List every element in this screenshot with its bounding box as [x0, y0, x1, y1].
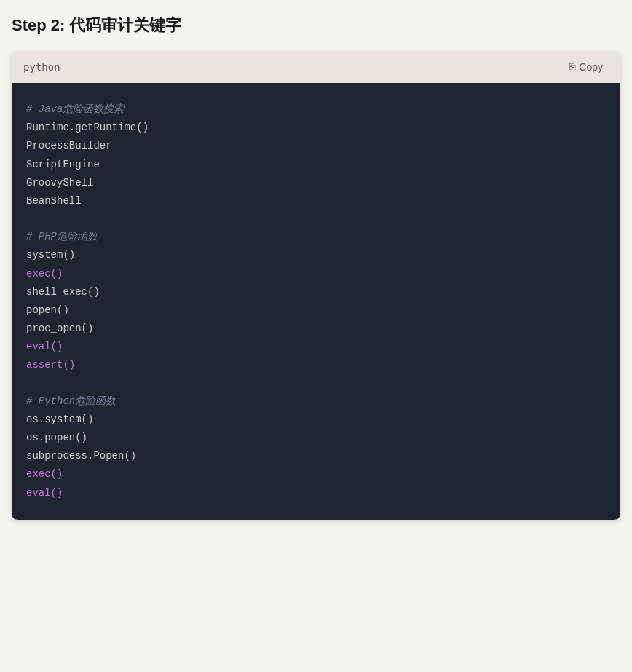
code-line: system()	[26, 246, 606, 264]
code-section: # Python危险函数os.system()os.popen()subproc…	[26, 392, 606, 502]
code-container: python ⎘ Copy # Java危险函数搜索Runtime.getRun…	[12, 51, 620, 520]
code-line: exec()	[26, 265, 606, 283]
code-body: # Java危险函数搜索Runtime.getRuntime()ProcessB…	[12, 83, 620, 520]
code-line: popen()	[26, 301, 606, 320]
copy-label: Copy	[579, 61, 603, 73]
code-line: assert()	[26, 356, 606, 374]
code-line: subprocess.Popen()	[26, 447, 606, 465]
code-header: python ⎘ Copy	[12, 51, 620, 83]
code-line: eval()	[26, 484, 606, 502]
code-line: Runtime.getRuntime()	[26, 119, 606, 137]
code-line: ScriptEngine	[26, 156, 606, 174]
page-title: Step 2: 代码审计关键字	[12, 15, 620, 36]
code-language: python	[23, 61, 60, 73]
copy-button[interactable]: ⎘ Copy	[564, 58, 609, 76]
code-section: # PHP危险函数system()exec()shell_exec()popen…	[26, 228, 606, 375]
code-comment: # PHP危险函数	[26, 228, 606, 246]
code-line: os.system()	[26, 411, 606, 429]
code-line: shell_exec()	[26, 283, 606, 301]
code-line: GroovyShell	[26, 174, 606, 192]
code-comment: # Java危险函数搜索	[26, 100, 606, 119]
code-line: os.popen()	[26, 429, 606, 447]
code-line: eval()	[26, 338, 606, 356]
copy-icon: ⎘	[569, 61, 575, 73]
code-line: exec()	[26, 465, 606, 483]
code-line: ProcessBuilder	[26, 137, 606, 155]
code-line: proc_open()	[26, 320, 606, 338]
code-comment: # Python危险函数	[26, 392, 606, 411]
code-section: # Java危险函数搜索Runtime.getRuntime()ProcessB…	[26, 100, 606, 210]
code-line: BeanShell	[26, 192, 606, 210]
